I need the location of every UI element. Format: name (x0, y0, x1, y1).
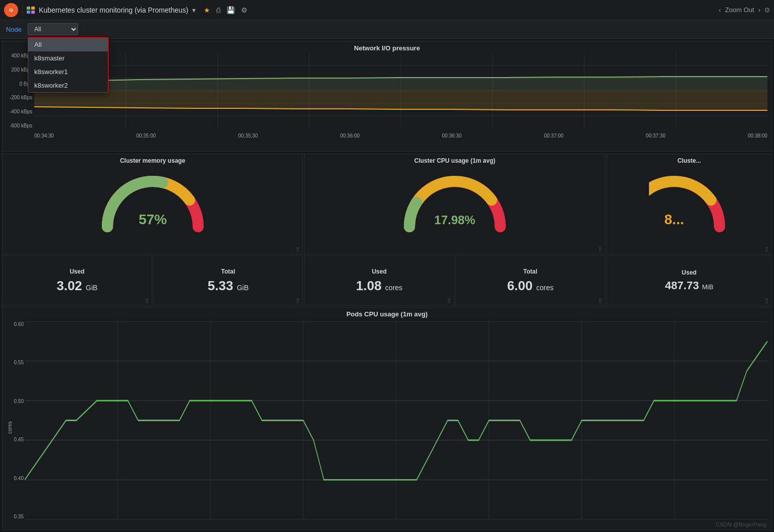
fs-column: Cluste... 8... (607, 154, 772, 306)
node-filter-wrapper: All k8smaster k8sworker1 k8sworker2 All … (28, 23, 78, 35)
stat-icon-2: ⣿ (296, 298, 300, 303)
pods-chart-svg (25, 321, 767, 519)
memory-gauge-svg: 57% (97, 166, 208, 237)
svg-text:57%: 57% (139, 212, 167, 227)
network-x-axis: 00:34:30 00:35:00 00:35:30 00:36:00 00:3… (34, 133, 767, 139)
dropdown-item-k8smaster[interactable]: k8smaster (28, 51, 108, 65)
fs-gauge-svg-wrap: 8... (649, 166, 730, 238)
svg-rect-3 (31, 7, 35, 10)
dropdown-item-k8sworker1[interactable]: k8sworker1 (28, 65, 108, 79)
filter-bar: Node All k8smaster k8sworker1 k8sworker2… (0, 20, 774, 39)
svg-rect-2 (27, 7, 30, 10)
share-icon[interactable]: ⎙ (216, 6, 220, 14)
settings-icon[interactable]: ⚙ (241, 6, 248, 14)
network-panel-title: Network I/O pressure (3, 41, 771, 53)
memory-total-panel: Total 5.33 GiB ⣿ (153, 255, 304, 306)
node-filter-label: Node (6, 26, 22, 33)
cpu-total-value: 6.00 cores (507, 278, 554, 294)
cpu-total-panel: Total 6.00 cores ⣿ (455, 255, 606, 306)
memory-gauge-title: Cluster memory usage (3, 154, 303, 164)
zoom-icon[interactable]: ⊙ (764, 6, 770, 14)
svg-text:17.98%: 17.98% (434, 213, 475, 227)
dashboard-title[interactable]: Kubernetes cluster monitoring (via Prome… (27, 6, 196, 14)
cpu-gauge-panel: Cluster CPU usage (1m avg) (304, 154, 605, 254)
zoom-left-icon[interactable]: ‹ (719, 6, 721, 14)
stat-icon-5: ⣿ (765, 298, 768, 303)
svg-rect-5 (31, 11, 35, 14)
nav-icons: ★ ⎙ 💾 ⚙ (204, 6, 248, 14)
memory-column: Cluster memory usage (2, 154, 303, 306)
memory-used-panel: Used 3.02 GiB ⣿ (2, 255, 152, 306)
cpu-gauge-svg-wrap: 17.98% (399, 166, 510, 238)
stat-icon-1: ⣿ (145, 298, 149, 303)
charts-area: Network I/O pressure 400 kBps 200 kBps 0… (0, 39, 774, 532)
save-icon[interactable]: 💾 (226, 6, 235, 14)
node-dropdown-menu: All k8smaster k8sworker1 k8sworker2 (28, 37, 108, 93)
memory-gauge-svg-wrap: 57% (97, 166, 208, 238)
cpu-column: Cluster CPU usage (1m avg) (304, 154, 605, 306)
cpu-gauge-title: Cluster CPU usage (1m avg) (305, 154, 605, 164)
pods-y-axis: 0.60 0.55 0.50 0.45 0.40 0.35 (10, 321, 24, 519)
fs-used-label: Used (682, 269, 696, 276)
memory-used-value: 3.02 GiB (56, 278, 97, 294)
cpu-gauge-icon: ⣿ (599, 246, 602, 252)
fs-gauge-title: Cluste... (607, 154, 771, 164)
cpu-used-value: 1.08 cores (356, 278, 402, 294)
cpu-gauge-svg: 17.98% (399, 166, 510, 237)
zoom-right-icon[interactable]: › (758, 6, 760, 14)
memory-total-label: Total (221, 268, 235, 275)
memory-total-value: 5.33 GiB (208, 278, 249, 294)
fs-gauge-svg: 8... (649, 166, 730, 237)
node-filter-select[interactable]: All k8smaster k8sworker1 k8sworker2 (28, 23, 78, 35)
pods-panel-title: Pods CPU usage (1m avg) (3, 307, 771, 319)
svg-marker-19 (34, 91, 767, 110)
svg-text:G: G (9, 7, 13, 13)
fs-used-value: 487.73 MiB (665, 279, 713, 292)
zoom-out-button[interactable]: Zoom Out (725, 6, 754, 14)
svg-marker-18 (34, 77, 767, 91)
top-navigation: G Kubernetes cluster monitoring (via Pro… (0, 0, 774, 20)
fs-gauge-panel: Cluste... 8... (607, 154, 772, 254)
gauge-stats-container: Cluster memory usage (2, 154, 772, 306)
svg-rect-4 (27, 11, 30, 14)
star-icon[interactable]: ★ (204, 6, 210, 14)
fs-gauge-icon: ⣿ (765, 246, 768, 252)
memory-used-label: Used (70, 268, 84, 275)
grafana-logo[interactable]: G (4, 3, 18, 17)
pods-cpu-panel: Pods CPU usage (1m avg) cores 0.60 0.55 … (2, 307, 772, 530)
cpu-used-label: Used (372, 268, 386, 275)
memory-gauge-icon: ⣿ (296, 246, 300, 252)
dropdown-item-k8sworker2[interactable]: k8sworker2 (28, 79, 108, 92)
svg-text:8...: 8... (664, 212, 684, 227)
memory-stats: Used 3.02 GiB ⣿ Total 5.33 GiB ⣿ (2, 255, 303, 306)
dropdown-item-all[interactable]: All (28, 38, 108, 51)
fs-used-panel: Used 487.73 MiB ⣿ (607, 255, 772, 306)
stat-icon-3: ⣿ (447, 298, 451, 303)
dashboard: Node All k8smaster k8sworker1 k8sworker2… (0, 20, 774, 532)
zoom-controls: ‹ Zoom Out › ⊙ (719, 6, 770, 14)
network-io-panel: Network I/O pressure 400 kBps 200 kBps 0… (2, 41, 772, 152)
cpu-total-label: Total (523, 268, 538, 275)
network-chart-svg (34, 53, 767, 128)
cpu-stats: Used 1.08 cores ⣿ Total 6.00 cores ⣿ (304, 255, 605, 306)
cpu-used-panel: Used 1.08 cores ⣿ (304, 255, 454, 306)
watermark: CSDN @BogerPeng (716, 521, 766, 527)
memory-gauge-panel: Cluster memory usage (2, 154, 303, 254)
stat-icon-4: ⣿ (599, 298, 602, 303)
